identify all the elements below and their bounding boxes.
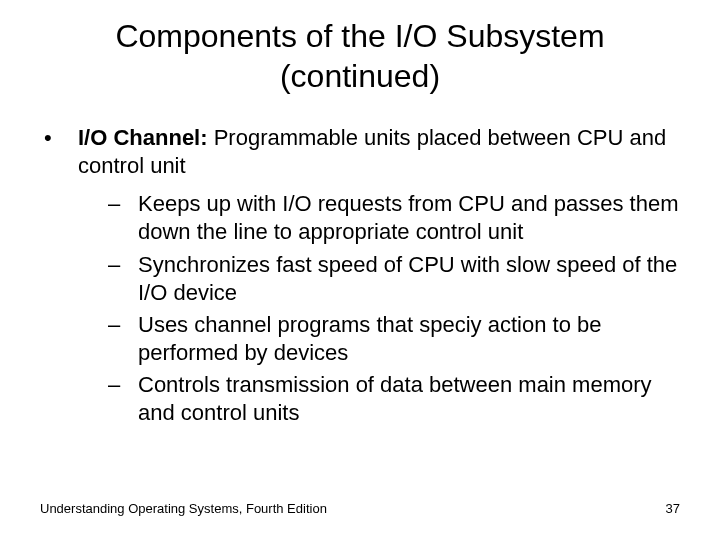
dash-icon: – [108, 311, 138, 367]
title-line-1: Components of the I/O Subsystem [115, 18, 604, 54]
list-item: – Synchronizes fast speed of CPU with sl… [108, 251, 680, 307]
sub-list: – Keeps up with I/O requests from CPU an… [40, 190, 680, 427]
dash-icon: – [108, 371, 138, 427]
list-item: – Uses channel programs that speciy acti… [108, 311, 680, 367]
slide: Components of the I/O Subsystem (continu… [0, 0, 720, 540]
list-item-text: Keeps up with I/O requests from CPU and … [138, 190, 680, 246]
list-item: – Controls transmission of data between … [108, 371, 680, 427]
list-item: – Keeps up with I/O requests from CPU an… [108, 190, 680, 246]
list-item-text: Synchronizes fast speed of CPU with slow… [138, 251, 680, 307]
bullet-text: I/O Channel: Programmable units placed b… [78, 124, 680, 180]
page-number: 37 [666, 501, 680, 516]
dash-icon: – [108, 251, 138, 307]
dash-icon: – [108, 190, 138, 246]
title-line-2: (continued) [280, 58, 440, 94]
bullet-item: • I/O Channel: Programmable units placed… [40, 124, 680, 180]
slide-title: Components of the I/O Subsystem (continu… [0, 0, 720, 96]
slide-body: • I/O Channel: Programmable units placed… [0, 96, 720, 428]
list-item-text: Controls transmission of data between ma… [138, 371, 680, 427]
bullet-icon: • [40, 124, 78, 180]
footer-source: Understanding Operating Systems, Fourth … [40, 501, 327, 516]
footer: Understanding Operating Systems, Fourth … [40, 501, 680, 516]
term: I/O Channel: [78, 125, 208, 150]
list-item-text: Uses channel programs that speciy action… [138, 311, 680, 367]
